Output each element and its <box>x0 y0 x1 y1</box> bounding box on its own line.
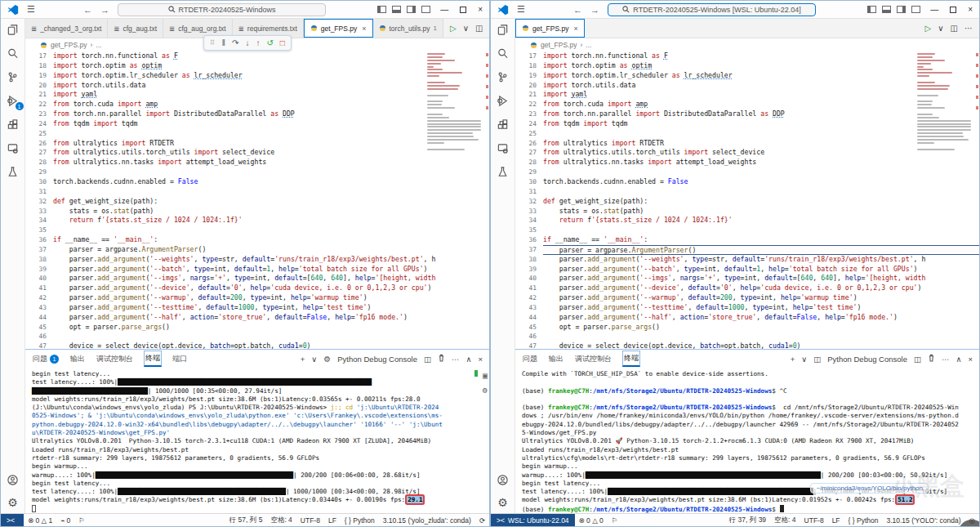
code-area[interactable]: import torch.nn.functional as Fimport to… <box>543 51 979 349</box>
nav-back-icon[interactable]: ← <box>573 5 582 15</box>
panel-more-actions-icon[interactable]: ⋯ <box>942 355 950 364</box>
panel-tab-debug-console[interactable]: 调试控制台 <box>574 352 612 366</box>
indentation[interactable]: 空格: 4 <box>266 516 296 525</box>
problems-status[interactable]: ⊗ 0 △ 1 <box>24 516 56 525</box>
remote-explorer-icon[interactable] <box>496 141 510 155</box>
tab-changed-3-org[interactable]: ≣_changed_3_org.txt <box>25 19 108 38</box>
minimap[interactable] <box>917 53 974 349</box>
terminal-list-icon[interactable]: ▣ <box>483 372 488 380</box>
run-python-file-button[interactable]: ▷ <box>925 24 932 33</box>
tab-get-fps[interactable]: get_FPS.py× <box>304 19 373 38</box>
debug-pause-icon[interactable]: ‖ <box>222 38 225 47</box>
panel-tab-terminal[interactable]: 终端 <box>144 351 162 367</box>
extensions-icon[interactable] <box>496 117 510 132</box>
python-interpreter[interactable]: 3.10.15 ('YOLO': conda) <box>882 516 964 525</box>
debug-step-over-icon[interactable]: ↷ <box>232 38 238 47</box>
feedback-icon[interactable]: ⚐ <box>74 516 89 525</box>
collapse-panel-icon[interactable]: ∧ <box>956 355 961 364</box>
debug-toolbar-drag-handle[interactable]: ⠿ <box>210 39 216 47</box>
nav-forward-icon[interactable]: → <box>100 5 109 15</box>
code-editor[interactable]: 1718192021222324252627282930313233343536… <box>515 51 979 349</box>
kill-terminal-icon[interactable] <box>928 354 935 364</box>
breadcrumb-more[interactable]: ... <box>586 41 591 49</box>
panel-tab-ports[interactable]: 端口 <box>172 352 188 366</box>
command-center-search[interactable]: RTDETR-20240525-Windows [WSL: Ubuntu-22.… <box>608 3 816 16</box>
run-dropdown-icon[interactable]: ∨ <box>938 24 943 33</box>
remote-indicator[interactable]: >< <box>1 514 24 526</box>
breadcrumb-file[interactable]: get_FPS.py <box>51 41 87 49</box>
code-editor[interactable]: 1718192021222324252627282930313233343536… <box>25 51 489 349</box>
toggle-sidebar-icon[interactable] <box>867 6 876 13</box>
toggle-panel-icon[interactable] <box>882 6 891 13</box>
minimap[interactable] <box>427 53 484 349</box>
tab-torch-utils[interactable]: torch_utils.py1 <box>373 19 444 38</box>
eol[interactable]: LF <box>828 516 844 525</box>
panel-tab-problems[interactable]: 问题 <box>522 352 538 366</box>
language-mode[interactable]: { } Python <box>341 516 379 525</box>
explorer-icon[interactable] <box>6 22 20 37</box>
account-icon[interactable] <box>6 472 20 487</box>
panel-tab-output[interactable]: 输出 <box>548 352 564 366</box>
tab-get-fps[interactable]: get_FPS.py× <box>515 19 585 38</box>
breadcrumb-file[interactable]: get_FPS.py <box>541 41 577 49</box>
run-dropdown-icon[interactable]: ∨ <box>463 24 469 33</box>
terminal-profile-label[interactable]: Python Debug Console <box>827 355 907 364</box>
settings-gear-icon[interactable]: ⚙ <box>6 495 20 510</box>
tab-close-icon[interactable]: × <box>362 25 366 33</box>
debug-stop-icon[interactable]: □ <box>280 38 285 47</box>
encoding[interactable]: UTF-8 <box>800 516 828 525</box>
nav-forward-icon[interactable]: → <box>590 5 599 15</box>
explorer-icon[interactable] <box>496 22 510 37</box>
feedback-icon[interactable]: ⚐ <box>608 516 622 525</box>
sync-icon[interactable]: ⟳ <box>475 516 489 525</box>
close-button[interactable]: × <box>968 5 973 14</box>
panel-tab-problems[interactable]: 问题1 <box>32 352 60 366</box>
remote-explorer-icon[interactable] <box>6 141 20 155</box>
close-panel-icon[interactable]: × <box>968 355 973 364</box>
panel-tab-debug-console[interactable]: 调试控制台 <box>96 352 134 366</box>
testing-beaker-icon[interactable] <box>496 164 510 179</box>
minimize-button[interactable]: — <box>930 5 938 14</box>
run-debug-icon[interactable] <box>496 93 510 108</box>
testing-beaker-icon[interactable] <box>6 164 20 179</box>
customize-layout-icon[interactable] <box>911 6 920 13</box>
menu-icon[interactable]: ☰ <box>22 4 40 15</box>
terminal-profile-dropdown-icon[interactable]: ∨ <box>801 355 807 364</box>
toggle-secondary-sidebar-icon[interactable] <box>897 6 906 13</box>
problems-status[interactable]: ⊗ 0 △ 0 <box>575 516 608 525</box>
maximize-button[interactable] <box>950 7 956 13</box>
breadcrumb[interactable]: get_FPS.py › ... <box>515 38 979 51</box>
remote-indicator[interactable]: ><WSL: Ubuntu-22.04 <box>491 514 575 526</box>
settings-gear-icon[interactable]: ⚙ <box>496 495 510 510</box>
terminal-profile-label[interactable]: Python Debug Console <box>337 355 417 364</box>
command-center-search[interactable]: RTDETR-20240525-Windows <box>118 3 326 16</box>
new-terminal-button[interactable]: + <box>791 355 795 364</box>
kill-terminal-icon[interactable] <box>438 354 445 364</box>
extensions-icon[interactable] <box>6 117 20 132</box>
panel-more-actions-icon[interactable]: ⋯ <box>452 355 460 364</box>
collapse-panel-icon[interactable]: ∧ <box>466 355 471 364</box>
search-view-icon[interactable] <box>496 46 510 60</box>
breadcrumb-more[interactable]: ... <box>96 41 101 49</box>
customize-layout-icon[interactable] <box>421 6 430 13</box>
tab-close-icon[interactable]: × <box>573 25 577 33</box>
terminal-settings-icon[interactable]: ⚙ <box>483 386 488 395</box>
ports-status[interactable]: ⌁ 0 <box>56 516 74 525</box>
minimize-button[interactable]: — <box>440 5 448 14</box>
maximize-button[interactable] <box>460 7 466 13</box>
source-control-icon[interactable] <box>496 69 510 84</box>
toggle-sidebar-icon[interactable] <box>377 6 386 13</box>
panel-tab-output[interactable]: 输出 <box>69 352 86 366</box>
indentation[interactable]: 空格: 4 <box>770 516 800 525</box>
cursor-position[interactable]: 行 57, 列 5 <box>225 516 267 525</box>
eol[interactable]: LF <box>324 516 341 525</box>
close-button[interactable]: × <box>478 5 483 14</box>
split-terminal-icon[interactable]: ◫ <box>914 355 921 364</box>
editor-more-actions-icon[interactable]: ⋯ <box>964 24 973 33</box>
run-python-file-button[interactable]: ▷ <box>450 24 457 33</box>
menu-icon[interactable]: ☰ <box>512 4 530 15</box>
encoding[interactable]: UTF-8 <box>296 516 324 525</box>
terminal[interactable]: ▣ ⚙ begin test latency...test latency...… <box>25 368 489 513</box>
account-icon[interactable] <box>496 472 510 487</box>
terminal-profile-dropdown-icon[interactable]: ∨ <box>311 355 317 364</box>
